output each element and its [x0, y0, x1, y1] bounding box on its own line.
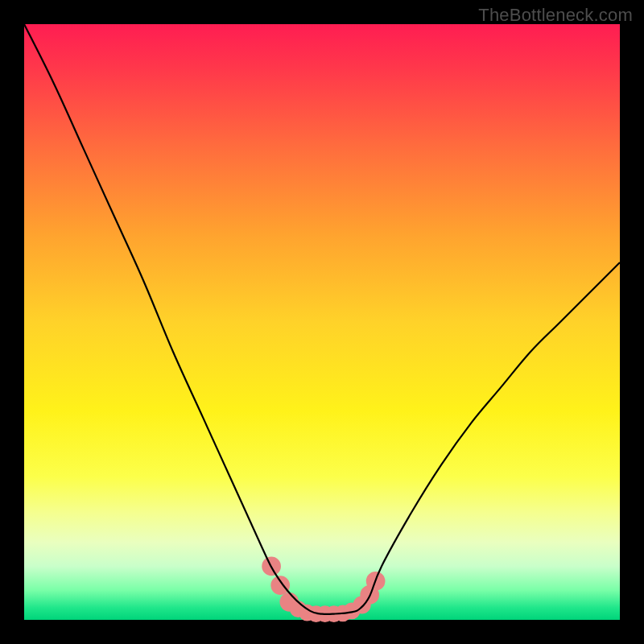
chart-frame: TheBottleneck.com [0, 0, 644, 644]
plot-area [24, 24, 620, 620]
watermark-text: TheBottleneck.com [478, 5, 633, 26]
curve-path [24, 24, 620, 614]
marker-dot [270, 576, 290, 595]
chart-svg [24, 24, 620, 620]
markers-group [262, 557, 385, 622]
